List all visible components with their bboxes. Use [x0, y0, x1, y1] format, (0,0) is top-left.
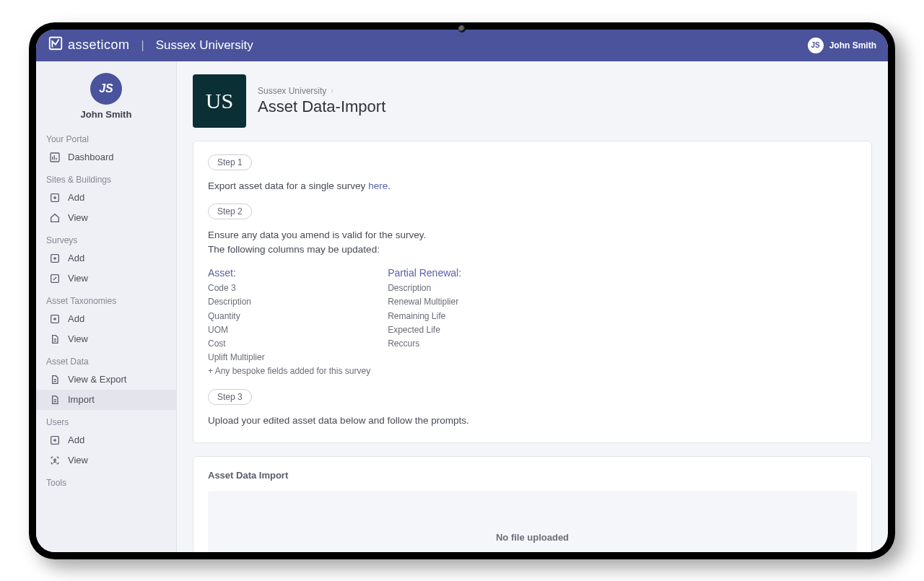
nav-label: View	[68, 455, 88, 466]
user-menu[interactable]: JS John Smith	[808, 38, 876, 53]
section-your-portal: Your Portal	[36, 127, 176, 147]
section-sites: Sites & Buildings	[36, 167, 176, 188]
user-name: John Smith	[829, 40, 876, 51]
nav-tax-add[interactable]: Add	[36, 309, 176, 329]
nav-label: Import	[68, 394, 95, 405]
step1-pill: Step 1	[208, 154, 252, 170]
nav-tax-view[interactable]: View	[36, 329, 176, 349]
main-content: US Sussex University › Asset Data-Import…	[177, 61, 888, 552]
nav-sites-view[interactable]: View	[36, 208, 176, 228]
screen: asseticom | Sussex University JS John Sm…	[36, 30, 888, 552]
plus-icon	[49, 253, 61, 264]
nav-label: View & Export	[68, 374, 126, 385]
updatable-columns: Asset: Code 3DescriptionQuantityUOMCostU…	[208, 267, 857, 378]
partial-renewal-list: DescriptionRenewal MultiplierRemaining L…	[388, 281, 532, 351]
step3-pill: Step 3	[208, 389, 252, 405]
sidebar-profile[interactable]: JS John Smith	[36, 70, 176, 127]
brand-name: asseticom	[68, 38, 130, 53]
header-org-name: Sussex University	[156, 38, 253, 53]
nav-assetdata-import[interactable]: Import	[36, 390, 176, 410]
import-card: Asset Data Import No file uploaded	[193, 456, 872, 552]
breadcrumb[interactable]: Sussex University ›	[258, 86, 385, 96]
nav-label: Add	[68, 434, 84, 445]
brand-logo-icon	[48, 35, 64, 55]
import-card-title: Asset Data Import	[208, 470, 857, 481]
svg-point-7	[54, 459, 56, 461]
document-icon	[49, 333, 61, 345]
file-dropzone[interactable]: No file uploaded	[208, 491, 857, 552]
nav-surveys-view[interactable]: View	[36, 268, 176, 289]
avatar-small: JS	[808, 38, 824, 53]
section-surveys: Surveys	[36, 228, 176, 248]
nav-assetdata-viewexport[interactable]: View & Export	[36, 370, 176, 390]
avatar-large: JS	[90, 73, 122, 105]
brand-divider: |	[139, 39, 147, 52]
partial-renewal-title: Partial Renewal:	[388, 267, 532, 279]
svg-rect-0	[50, 38, 62, 50]
dashboard-icon	[49, 152, 61, 163]
chevron-right-icon: ›	[331, 87, 333, 95]
nav-sites-add[interactable]: Add	[36, 188, 176, 208]
step2-text: Ensure any data you amend is valid for t…	[208, 228, 857, 258]
nav-label: Add	[68, 313, 84, 324]
step1-text: Export asset data for a single survey he…	[208, 179, 857, 193]
nav-label: View	[68, 273, 88, 284]
step2-pill: Step 2	[208, 204, 252, 219]
nav-dashboard[interactable]: Dashboard	[36, 147, 176, 167]
dropzone-text: No file uploaded	[496, 532, 569, 543]
document-icon	[49, 374, 61, 385]
export-here-link[interactable]: here	[368, 180, 388, 191]
asset-columns-title: Asset:	[208, 267, 370, 279]
section-users: Users	[36, 410, 176, 430]
document-icon	[49, 394, 61, 406]
edit-icon	[49, 273, 61, 284]
app-header: asseticom | Sussex University JS John Sm…	[36, 30, 888, 61]
plus-icon	[49, 434, 61, 446]
org-logo: US	[193, 74, 246, 128]
nav-users-add[interactable]: Add	[36, 430, 176, 450]
step3-text: Upload your edited asset data below and …	[208, 414, 857, 428]
breadcrumb-org: Sussex University	[258, 86, 326, 96]
user-scan-icon	[49, 455, 61, 466]
page-header: US Sussex University › Asset Data-Import	[193, 74, 872, 128]
tablet-frame: asseticom | Sussex University JS John Sm…	[29, 22, 895, 559]
section-asset-data: Asset Data	[36, 349, 176, 370]
nav-label: Add	[68, 192, 84, 203]
home-icon	[49, 212, 61, 224]
section-taxonomies: Asset Taxonomies	[36, 289, 176, 309]
sidebar: JS John Smith Your Portal Dashboard Site…	[36, 61, 177, 552]
steps-card: Step 1 Export asset data for a single su…	[193, 141, 872, 443]
asset-columns-list: Code 3DescriptionQuantityUOMCostUplift M…	[208, 281, 370, 378]
nav-label: Add	[68, 253, 84, 263]
plus-icon	[49, 313, 61, 325]
section-tools: Tools	[36, 471, 176, 491]
brand: asseticom	[48, 35, 130, 55]
profile-name: John Smith	[36, 109, 176, 120]
nav-surveys-add[interactable]: Add	[36, 248, 176, 268]
page-title: Asset Data-Import	[258, 97, 385, 116]
plus-icon	[49, 192, 61, 204]
nav-label: View	[68, 212, 88, 223]
nav-label: View	[68, 333, 88, 344]
nav-label: Dashboard	[68, 152, 114, 162]
nav-users-view[interactable]: View	[36, 450, 176, 471]
